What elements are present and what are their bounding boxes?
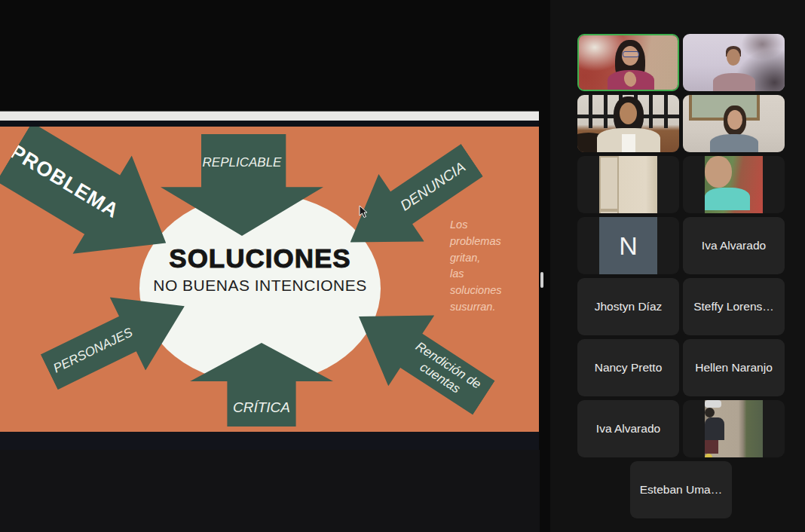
- shared-window-top-bar: [0, 111, 539, 121]
- slide-subtitle: NO BUENAS INTENCIONES: [109, 277, 411, 295]
- participant-tile-video-2[interactable]: [683, 34, 785, 91]
- participant-tile-steffy-lorens[interactable]: Steffy Lorens…: [683, 278, 785, 335]
- meeting-window: REPLICABLE PROBLEMA DENUNCIA PERSONAJES …: [0, 0, 805, 532]
- participant-name: Nancy Pretto: [595, 361, 663, 375]
- participants-panel: N Iva Alvarado Jhostyn Díaz Steffy Loren…: [550, 0, 805, 532]
- participant-tile-letter-n[interactable]: N: [577, 217, 679, 274]
- slide-title: SOLUCIONES: [109, 243, 411, 274]
- glasses: [623, 51, 639, 57]
- arrow-label-problema: PROBLEMA: [6, 140, 123, 223]
- slide-quote: Los problemas gritan, las soluciones sus…: [450, 217, 533, 316]
- profile-photo: [705, 156, 763, 213]
- participant-name: Iva Alvarado: [596, 422, 660, 436]
- participant-tile-photo-man[interactable]: [683, 156, 785, 213]
- participant-tile-iva-alvarado-1[interactable]: Iva Alvarado: [683, 217, 785, 274]
- video-thumbnail: [683, 95, 785, 152]
- participant-tile-active-speaker[interactable]: [577, 34, 679, 91]
- initial-avatar: N: [599, 217, 657, 274]
- share-bottom-background: [0, 450, 540, 532]
- profile-photo: [705, 400, 763, 457]
- scrollbar-thumb[interactable]: [540, 272, 543, 288]
- participant-name: Iva Alvarado: [702, 239, 766, 252]
- participant-tile-nancy-pretto[interactable]: Nancy Pretto: [577, 339, 679, 396]
- participant-tile-video-3[interactable]: [577, 95, 679, 152]
- participant-name: Esteban Uma…: [640, 483, 722, 497]
- participant-name: Hellen Naranjo: [695, 361, 773, 375]
- arrow-label-personajes: PERSONAJES: [51, 325, 135, 376]
- arrow-label-replicable: REPLICABLE: [203, 155, 282, 170]
- video-thumbnail: [683, 34, 785, 91]
- participant-tile-photo-column[interactable]: [683, 400, 785, 457]
- video-thumbnail: [579, 35, 678, 90]
- slide-title-block: SOLUCIONES NO BUENAS INTENCIONES: [109, 243, 411, 295]
- participant-tile-jhostyn-diaz[interactable]: Jhostyn Díaz: [577, 278, 679, 335]
- participant-tile-photo-couple[interactable]: [577, 156, 679, 213]
- participant-tile-hellen-naranjo[interactable]: Hellen Naranjo: [683, 339, 785, 396]
- shared-window-edge: [0, 121, 539, 127]
- participant-name: Jhostyn Díaz: [595, 300, 663, 313]
- arrow-label-denuncia: DENUNCIA: [397, 159, 468, 215]
- arrow-label-rendicion: Rendición de cuentas: [405, 339, 484, 405]
- presentation-slide[interactable]: REPLICABLE PROBLEMA DENUNCIA PERSONAJES …: [0, 127, 539, 432]
- participant-tile-video-4[interactable]: [683, 95, 785, 152]
- mouse-cursor: [359, 205, 369, 219]
- profile-photo: [599, 156, 657, 213]
- participant-tile-iva-alvarado-2[interactable]: Iva Alvarado: [577, 400, 679, 457]
- arrow-label-critica: CRÍTICA: [233, 399, 290, 416]
- video-thumbnail: [577, 95, 679, 152]
- shared-window-bottom-edge: [0, 432, 539, 450]
- participant-name: Steffy Lorens…: [693, 300, 774, 313]
- participant-tile-esteban-uma[interactable]: Esteban Uma…: [630, 461, 732, 518]
